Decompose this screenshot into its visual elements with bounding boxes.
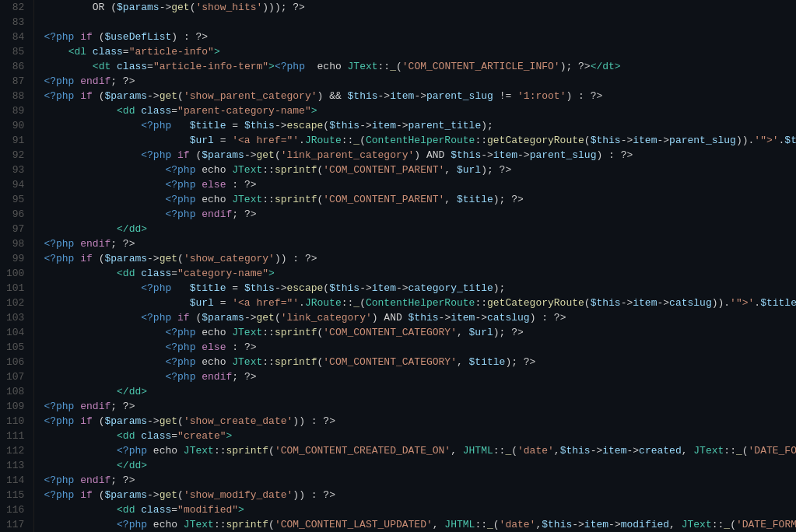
code-line-109: <?php endif; ?> xyxy=(44,399,796,414)
line-num-110: 110 xyxy=(6,414,24,429)
code-line-103: <?php if ($params->get('link_category') … xyxy=(44,310,796,325)
code-line-106: <?php echo JText::sprintf('COM_CONTENT_C… xyxy=(44,355,796,369)
code-line-102: $url = '<a href="'.JRoute::_(ContentHelp… xyxy=(44,296,796,310)
line-num-95: 95 xyxy=(6,192,24,207)
code-line-95: <?php echo JText::sprintf('COM_CONTENT_P… xyxy=(44,192,796,207)
code-line-112: <?php echo JText::sprintf('COM_CONTENT_C… xyxy=(44,443,796,458)
code-line-100: <dd class="category-name"> xyxy=(44,266,796,281)
code-line-92: <?php if ($params->get('link_parent_cate… xyxy=(44,148,796,163)
code-line-98: <?php endif; ?> xyxy=(44,236,796,251)
code-line-108: </dd> xyxy=(44,384,796,399)
line-num-111: 111 xyxy=(6,429,24,443)
code-line-111: <dd class="create"> xyxy=(44,429,796,443)
code-line-116: <dd class="modified"> xyxy=(44,502,796,517)
line-num-90: 90 xyxy=(6,118,24,133)
code-line-94: <?php else : ?> xyxy=(44,177,796,192)
code-content: 82 83 84 85 86 87 88 89 90 91 92 93 94 9… xyxy=(0,0,796,532)
line-num-117: 117 xyxy=(6,517,24,532)
line-num-88: 88 xyxy=(6,89,24,103)
code-line-88: <?php if ($params->get('show_parent_cate… xyxy=(44,89,796,103)
line-num-97: 97 xyxy=(6,222,24,236)
code-line-97: </dd> xyxy=(44,222,796,236)
code-line-91: $url = '<a href="'.JRoute::_(ContentHelp… xyxy=(44,133,796,148)
line-num-91: 91 xyxy=(6,133,24,148)
line-num-103: 103 xyxy=(6,310,24,325)
code-line-110: <?php if ($params->get('show_create_date… xyxy=(44,414,796,429)
code-line-85: <dl class="article-info"> xyxy=(44,44,796,59)
code-line-83 xyxy=(44,15,796,30)
line-num-93: 93 xyxy=(6,163,24,177)
line-num-82: 82 xyxy=(6,0,24,15)
line-num-107: 107 xyxy=(6,369,24,384)
code-line-107: <?php endif; ?> xyxy=(44,369,796,384)
code-line-96: <?php endif; ?> xyxy=(44,207,796,222)
line-num-113: 113 xyxy=(6,458,24,473)
line-num-114: 114 xyxy=(6,473,24,488)
code-lines: OR ($params->get('show_hits'))); ?> <?ph… xyxy=(34,0,796,532)
line-num-102: 102 xyxy=(6,296,24,310)
code-line-115: <?php if ($params->get('show_modify_date… xyxy=(44,488,796,502)
code-line-113: </dd> xyxy=(44,458,796,473)
line-num-100: 100 xyxy=(6,266,24,281)
code-line-90: <?php $title = $this->escape($this->item… xyxy=(44,118,796,133)
line-numbers: 82 83 84 85 86 87 88 89 90 91 92 93 94 9… xyxy=(0,0,34,532)
line-num-99: 99 xyxy=(6,251,24,266)
code-line-101: <?php $title = $this->escape($this->item… xyxy=(44,281,796,296)
line-num-96: 96 xyxy=(6,207,24,222)
line-num-104: 104 xyxy=(6,325,24,340)
line-num-89: 89 xyxy=(6,103,24,118)
line-num-86: 86 xyxy=(6,59,24,74)
code-line-82: OR ($params->get('show_hits'))); ?> xyxy=(44,0,796,15)
line-num-84: 84 xyxy=(6,30,24,44)
line-num-116: 116 xyxy=(6,502,24,517)
line-num-83: 83 xyxy=(6,15,24,30)
code-line-93: <?php echo JText::sprintf('COM_CONTENT_P… xyxy=(44,163,796,177)
code-line-99: <?php if ($params->get('show_category'))… xyxy=(44,251,796,266)
line-num-106: 106 xyxy=(6,355,24,369)
code-line-86: <dt class="article-info-term"><?php echo… xyxy=(44,59,796,74)
line-num-87: 87 xyxy=(6,74,24,89)
code-editor: 82 83 84 85 86 87 88 89 90 91 92 93 94 9… xyxy=(0,0,796,532)
code-line-87: <?php endif; ?> xyxy=(44,74,796,89)
code-line-84: <?php if ($useDefList) : ?> xyxy=(44,30,796,44)
line-num-98: 98 xyxy=(6,236,24,251)
line-num-85: 85 xyxy=(6,44,24,59)
line-num-92: 92 xyxy=(6,148,24,163)
code-line-89: <dd class="parent-category-name"> xyxy=(44,103,796,118)
code-line-114: <?php endif; ?> xyxy=(44,473,796,488)
line-num-101: 101 xyxy=(6,281,24,296)
line-num-94: 94 xyxy=(6,177,24,192)
line-num-105: 105 xyxy=(6,340,24,355)
code-line-117: <?php echo JText::sprintf('COM_CONTENT_L… xyxy=(44,517,796,532)
line-num-115: 115 xyxy=(6,488,24,502)
line-num-109: 109 xyxy=(6,399,24,414)
line-num-108: 108 xyxy=(6,384,24,399)
line-num-112: 112 xyxy=(6,443,24,458)
code-line-104: <?php echo JText::sprintf('COM_CONTENT_C… xyxy=(44,325,796,340)
code-line-105: <?php else : ?> xyxy=(44,340,796,355)
